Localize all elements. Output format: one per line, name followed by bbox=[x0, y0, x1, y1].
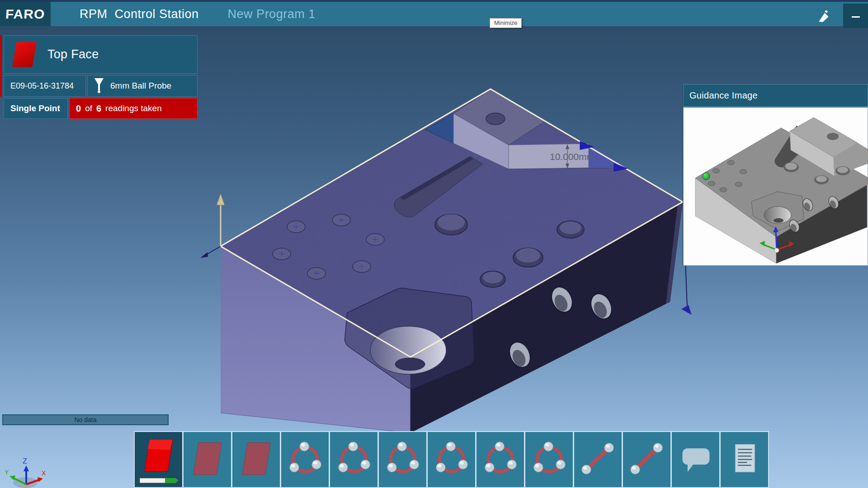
readings-total: 6 bbox=[96, 103, 101, 114]
toolbar-tile-plane-3[interactable] bbox=[232, 432, 280, 487]
circle-icon bbox=[385, 441, 420, 478]
toolbar-tile-line-2[interactable] bbox=[623, 432, 670, 487]
circle-icon bbox=[336, 441, 372, 478]
line-icon bbox=[629, 441, 665, 478]
minimize-icon bbox=[852, 16, 860, 18]
readings-status: 0 of 6 readings taken bbox=[69, 98, 198, 119]
toolbar-tile-document[interactable] bbox=[721, 432, 768, 487]
toolbar-tile-comment[interactable] bbox=[672, 432, 719, 487]
dimension-label: 10.000mm bbox=[550, 151, 594, 162]
plane-muted-icon bbox=[193, 441, 222, 478]
measure-mode-cell[interactable]: Single Point bbox=[4, 98, 68, 119]
device-serial-cell[interactable]: E09-05-16-31784 bbox=[4, 75, 86, 97]
toolbar-tile-plane-2[interactable] bbox=[184, 432, 231, 487]
measure-mode: Single Point bbox=[10, 103, 60, 113]
line-icon bbox=[580, 441, 616, 478]
probe-cell[interactable]: 6mm Ball Probe bbox=[87, 75, 198, 97]
guidance-model bbox=[684, 108, 868, 265]
app-title: Control Station bbox=[115, 7, 199, 21]
readings-suffix: readings taken bbox=[105, 103, 162, 113]
plane-feature-icon bbox=[12, 42, 37, 67]
device-serial: E09-05-16-31784 bbox=[10, 81, 74, 91]
toolbar-tile-circle-6[interactable] bbox=[525, 432, 573, 487]
circle-icon bbox=[483, 441, 518, 478]
y-axis-label: Y bbox=[5, 469, 9, 476]
program-name: New Program 1 bbox=[228, 7, 316, 21]
minimize-tooltip: Minimize bbox=[490, 18, 522, 28]
guidance-panel: Guidance Image bbox=[683, 84, 868, 266]
probe-cursor-icon bbox=[816, 9, 831, 23]
app-window: 10.000mm FARO RPM bbox=[0, 0, 868, 488]
toolbar-tile-circle-4[interactable] bbox=[428, 432, 475, 487]
probe-icon bbox=[94, 78, 104, 94]
z-axis-label: Z bbox=[23, 457, 27, 465]
plane-muted-icon bbox=[241, 441, 271, 478]
document-icon bbox=[727, 441, 762, 478]
readings-of: of bbox=[85, 103, 92, 113]
panel-accent-strip bbox=[0, 35, 2, 97]
toolbar-tile-line-1[interactable] bbox=[574, 432, 622, 487]
device-row: E09-05-16-31784 6mm Ball Probe bbox=[4, 75, 198, 97]
probe-name: 6mm Ball Probe bbox=[110, 81, 171, 91]
feature-name: Top Face bbox=[47, 47, 99, 61]
feature-panel: Top Face E09-05-16-31784 6mm Ball Probe … bbox=[4, 35, 198, 119]
guidance-image bbox=[683, 107, 868, 266]
circle-icon bbox=[532, 441, 567, 478]
x-axis-label: X bbox=[42, 469, 46, 477]
no-data-label: No data bbox=[74, 416, 96, 423]
comment-icon bbox=[678, 441, 714, 479]
readings-row: Single Point 0 of 6 readings taken bbox=[4, 98, 198, 119]
readings-taken: 0 bbox=[76, 103, 81, 114]
toolbar-tile-circle-2[interactable] bbox=[330, 432, 377, 487]
toolbar-tile-circle-1[interactable] bbox=[281, 432, 329, 487]
faro-logo-box: FARO bbox=[0, 2, 51, 26]
toolbar-tile-circle-3[interactable] bbox=[379, 432, 426, 487]
plane-icon bbox=[144, 444, 174, 475]
status-bar: No data bbox=[2, 414, 169, 425]
feature-toolbar bbox=[134, 431, 769, 488]
feature-header[interactable]: Top Face bbox=[4, 35, 198, 74]
faro-logo: FARO bbox=[5, 7, 45, 21]
circle-icon bbox=[288, 441, 323, 478]
circle-icon bbox=[434, 441, 469, 478]
app-title-rpm: RPM bbox=[80, 7, 108, 21]
title-bar: FARO RPM Control Station New Program 1 bbox=[0, 2, 868, 26]
minimize-button[interactable] bbox=[843, 4, 868, 28]
toolbar-tile-circle-5[interactable] bbox=[476, 432, 524, 487]
world-axis-triad: Z Y X bbox=[4, 456, 53, 488]
alignment-point-marker bbox=[703, 173, 710, 180]
toolbar-tile-plane-1[interactable] bbox=[135, 432, 182, 487]
tile-progress-bar bbox=[140, 478, 176, 483]
guidance-title: Guidance Image bbox=[683, 84, 868, 107]
